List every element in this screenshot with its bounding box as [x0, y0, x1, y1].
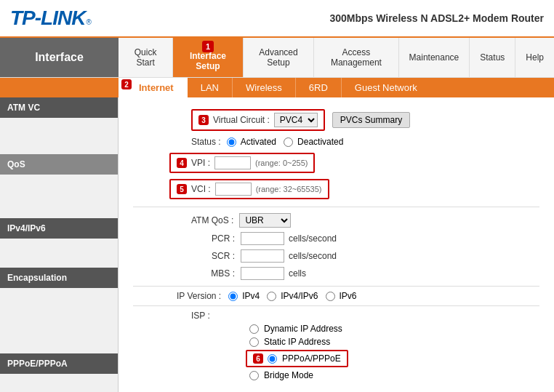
vpi-range: (range: 0~255) — [255, 159, 308, 167]
subnav-sidebar-spacer — [0, 78, 119, 97]
header: TP-LINK ® 300Mbps Wireless N ADSL2+ Mode… — [0, 0, 554, 38]
mbs-label: MBS : — [206, 268, 235, 279]
status-deactivated-radio[interactable] — [284, 137, 293, 147]
isp-label: ISP : — [191, 311, 210, 321]
atm-qos-label: ATM QoS : — [191, 215, 233, 225]
vpi-input[interactable]: 8 — [214, 156, 251, 169]
divider-1 — [133, 207, 539, 207]
logo: TP-LINK ® — [10, 7, 92, 30]
nav-item-access-management[interactable]: Access Management — [314, 38, 398, 77]
pcr-row: PCR : 0 cells/second — [206, 232, 539, 245]
main-layout: ATM VC QoS IPv4/IPv6 Encapsulation PPPoE… — [0, 97, 554, 392]
ipv6-option[interactable]: IPv6 — [326, 291, 357, 301]
nav-item-status[interactable]: Status — [470, 38, 515, 77]
vci-highlighted: 5 VCI : 35 (range: 32~65535) — [169, 179, 329, 199]
virtual-circuit-highlighted: 3 Virtual Circuit : PVC0PVC1PVC2PVC3PVC4… — [191, 109, 325, 131]
subnav-item-internet[interactable]: 2 Internet — [119, 78, 188, 97]
bridge-mode-option[interactable]: Bridge Mode — [249, 370, 313, 380]
encapsulation-section: ISP : Dynamic IP Address Static IP Addre… — [133, 311, 539, 380]
isp-label-row: ISP : — [191, 311, 539, 321]
bridge-mode-row: Bridge Mode — [249, 370, 539, 380]
ipv6-radio[interactable] — [326, 292, 335, 301]
vci-row: 5 VCI : 35 (range: 32~65535) — [169, 179, 539, 199]
virtual-circuit-label: Virtual Circuit : — [213, 115, 270, 125]
virtual-circuit-select[interactable]: PVC0PVC1PVC2PVC3PVC4PVC5PVC6PVC7 — [274, 113, 318, 127]
atm-vc-section: 3 Virtual Circuit : PVC0PVC1PVC2PVC3PVC4… — [133, 109, 539, 280]
scr-row: SCR : 0 cells/second — [206, 249, 539, 263]
scr-unit: cells/second — [289, 251, 337, 261]
ip-version-row: IP Version : IPv4 IPv4/IPv6 IPv6 — [177, 291, 539, 301]
logo-text: TP-LINK — [10, 7, 85, 30]
vpi-row: 4 VPI : 8 (range: 0~255) — [169, 153, 539, 173]
isp-rows: ISP : Dynamic IP Address Static IP Addre… — [191, 311, 539, 380]
vpi-highlighted: 4 VPI : 8 (range: 0~255) — [169, 153, 315, 173]
subnav-item-wireless[interactable]: Wireless — [233, 78, 296, 97]
nav-item-maintenance[interactable]: Maintenance — [399, 38, 470, 77]
nav-item-help[interactable]: Help — [515, 38, 554, 77]
divider-2 — [133, 286, 539, 287]
scr-label: SCR : — [206, 251, 235, 261]
ipv4ipv6-section: IP Version : IPv4 IPv4/IPv6 IPv6 — [133, 291, 539, 301]
nav-item-advanced-setup[interactable]: Advanced Setup — [244, 38, 315, 77]
ipv4-radio[interactable] — [228, 292, 238, 301]
nav-badge-1: 1 — [202, 41, 214, 52]
badge-6: 6 — [253, 353, 263, 364]
dynamic-ip-option[interactable]: Dynamic IP Address — [249, 324, 342, 334]
scr-input[interactable]: 0 — [241, 249, 284, 263]
subnav-item-guest-network[interactable]: Guest Network — [342, 78, 430, 97]
nav-item-interface-setup[interactable]: 1 Interface Setup — [173, 38, 244, 77]
status-deactivated-label[interactable]: Deactivated — [284, 137, 343, 147]
atm-qos-select[interactable]: UBRCBRrt-VBRnrt-VBR — [239, 213, 291, 228]
badge-3: 3 — [198, 115, 209, 125]
subnav: 2 Internet LAN Wireless 6RD Guest Networ… — [0, 78, 554, 97]
badge-4: 4 — [177, 158, 187, 168]
mbs-unit: cells — [289, 268, 306, 279]
divider-3 — [133, 305, 539, 306]
sidebar-section-atm-vc: ATM VC — [0, 97, 118, 118]
atm-qos-row: ATM QoS : UBRCBRrt-VBRnrt-VBR — [191, 213, 539, 228]
pcr-unit: cells/second — [289, 233, 337, 244]
mbs-row: MBS : 0 cells — [206, 267, 539, 280]
main-nav: Interface Quick Start 1 Interface Setup … — [0, 38, 554, 78]
nav-items: Quick Start 1 Interface Setup Advanced S… — [119, 38, 554, 77]
sidebar: ATM VC QoS IPv4/IPv6 Encapsulation PPPoE… — [0, 97, 119, 392]
header-title: 300Mbps Wireless N ADSL2+ Modem Router — [329, 12, 544, 24]
bridge-mode-radio[interactable] — [249, 371, 259, 380]
dynamic-ip-radio[interactable] — [249, 324, 259, 334]
sidebar-section-qos: QoS — [0, 154, 118, 175]
ipv4ipv6-option[interactable]: IPv4/IPv6 — [267, 291, 318, 301]
pvcs-summary-button[interactable]: PVCs Summary — [332, 112, 410, 128]
virtual-circuit-row: 3 Virtual Circuit : PVC0PVC1PVC2PVC3PVC4… — [133, 109, 539, 131]
pcr-input[interactable]: 0 — [241, 232, 284, 245]
nav-sidebar-label: Interface — [0, 38, 119, 77]
vci-label: VCI : — [191, 184, 211, 194]
subnav-badge-2: 2 — [121, 79, 132, 89]
pppoa-pppoe-row: 6 PPPoA/PPPoE — [246, 350, 539, 367]
mbs-input[interactable]: 0 — [241, 267, 284, 280]
pppoa-pppoe-highlighted: 6 PPPoA/PPPoE — [246, 350, 348, 367]
ipv4-option[interactable]: IPv4 — [228, 291, 260, 301]
sidebar-section-ipv4ipv6: IPv4/IPv6 — [0, 218, 118, 239]
ip-version-label: IP Version : — [177, 291, 221, 301]
vpi-label: VPI : — [191, 158, 210, 168]
vci-range: (range: 32~65535) — [256, 185, 322, 193]
pcr-label: PCR : — [206, 233, 235, 244]
static-ip-row: Static IP Address — [249, 337, 539, 347]
status-activated-label[interactable]: Activated — [227, 137, 276, 147]
nav-item-quick-start[interactable]: Quick Start — [119, 38, 173, 77]
vci-input[interactable]: 35 — [215, 183, 252, 196]
static-ip-option[interactable]: Static IP Address — [249, 337, 330, 347]
ipv4ipv6-radio[interactable] — [267, 292, 276, 301]
pppoa-pppoe-radio[interactable] — [268, 354, 277, 364]
static-ip-radio[interactable] — [249, 337, 259, 347]
status-row: Status : Activated Deactivated — [191, 137, 539, 147]
dynamic-ip-row: Dynamic IP Address — [249, 324, 539, 334]
subnav-item-lan[interactable]: LAN — [188, 78, 233, 97]
subnav-item-6rd[interactable]: 6RD — [296, 78, 342, 97]
status-activated-radio[interactable] — [227, 137, 236, 147]
subnav-items: 2 Internet LAN Wireless 6RD Guest Networ… — [119, 78, 430, 97]
pppoa-pppoe-option[interactable]: PPPoA/PPPoE — [268, 353, 341, 364]
sidebar-section-encapsulation: Encapsulation — [0, 268, 118, 288]
sidebar-section-pppoe-pppoa: PPPoE/PPPoA — [0, 353, 118, 374]
status-label: Status : — [191, 137, 221, 147]
